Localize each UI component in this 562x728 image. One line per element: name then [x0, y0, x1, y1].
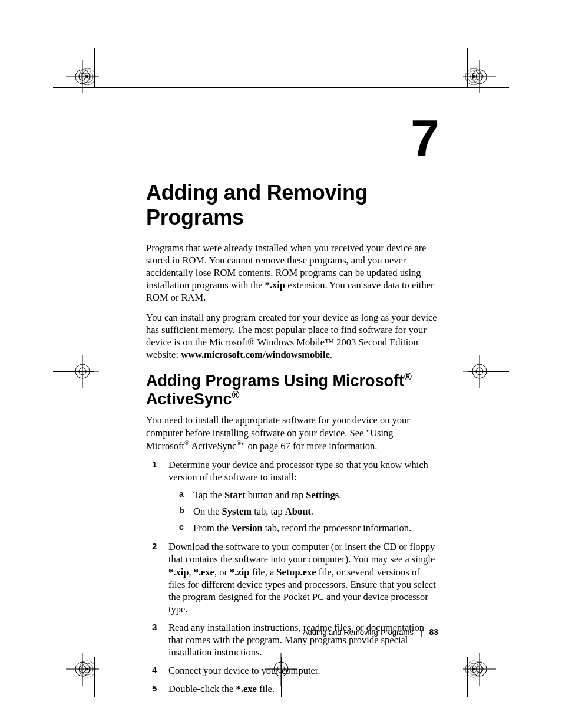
page-footer: Adding and Removing Programs | 83 — [303, 627, 438, 637]
sunburst-icon — [463, 66, 484, 87]
page: 7 Adding and Removing Programs Programs … — [0, 0, 562, 728]
chapter-number: 7 — [146, 112, 438, 164]
sunburst-icon — [463, 658, 484, 680]
svg-point-39 — [86, 668, 88, 670]
intro-paragraph: You can install any program created for … — [146, 311, 438, 361]
substep-item: From the Version tab, record the process… — [186, 522, 438, 535]
frame-line — [53, 87, 509, 88]
substep-list: Tap the Start button and tap Settings. O… — [168, 489, 438, 535]
frame-line — [468, 371, 509, 372]
step-text: Determine your device and processor type… — [168, 459, 428, 483]
svg-point-43 — [472, 668, 475, 670]
content-area: 7 Adding and Removing Programs Programs … — [146, 112, 438, 701]
footer-separator: | — [420, 628, 422, 637]
sunburst-icon — [77, 66, 98, 87]
step-item: Download the software to your computer (… — [159, 541, 438, 615]
footer-section: Adding and Removing Programs — [303, 628, 414, 637]
step-item: Determine your device and processor type… — [159, 459, 438, 535]
step-item: Connect your device to your computer. — [159, 664, 438, 677]
frame-line — [53, 371, 94, 372]
step-item: Double-click the *.exe file. — [159, 683, 438, 695]
sunburst-icon — [77, 658, 98, 680]
step-list: Determine your device and processor type… — [146, 459, 438, 695]
intro-paragraph: Programs that were already installed whe… — [146, 242, 438, 304]
chapter-title: Adding and Removing Programs — [146, 180, 438, 230]
page-number: 83 — [429, 627, 438, 637]
section-heading: Adding Programs Using Microsoft® ActiveS… — [146, 371, 438, 408]
substep-item: On the System tab, tap About. — [186, 505, 438, 518]
section-intro: You need to install the appropriate soft… — [146, 414, 438, 452]
substep-item: Tap the Start button and tap Settings. — [186, 489, 438, 502]
svg-point-31 — [86, 75, 88, 78]
svg-point-35 — [472, 75, 475, 78]
